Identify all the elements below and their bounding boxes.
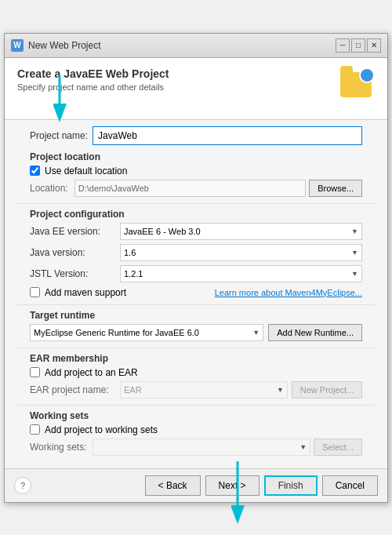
title-bar-controls: ─ □ ✕ — [336, 38, 381, 53]
header-section: Create a JavaEE Web Project Specify proj… — [5, 58, 387, 120]
ear-membership-label: EAR membership — [17, 353, 375, 364]
title-bar-left: W New Web Project — [11, 39, 100, 52]
java-version-arrow: ▼ — [351, 249, 358, 257]
working-sets-label: Working sets — [17, 410, 375, 421]
working-sets-checkbox-row: Add project to working sets — [30, 424, 362, 435]
dialog-title: Create a JavaEE Web Project — [17, 67, 169, 80]
bottom-buttons: < Back Next > Finish Cancel — [145, 475, 378, 496]
use-default-row: Use default location — [30, 166, 362, 177]
java-version-label: Java version: — [30, 247, 116, 258]
window-title: New Web Project — [28, 40, 100, 51]
divider-4 — [17, 405, 375, 406]
project-location-section: Use default location Location: Browse... — [17, 166, 375, 197]
select-button: Select... — [314, 439, 362, 456]
working-sets-row: Working sets: ▼ Select... — [30, 439, 362, 456]
browse-button[interactable]: Browse... — [309, 180, 362, 197]
ear-project-row: EAR project name: EAR ▼ New Project... — [30, 381, 362, 399]
runtime-arrow: ▼ — [252, 329, 260, 337]
ear-project-value: EAR — [124, 385, 142, 395]
bottom-left: ? — [14, 477, 31, 494]
jstl-version-label: JSTL Version: — [30, 268, 116, 279]
location-label: Location: — [30, 183, 68, 194]
runtime-value: MyEclipse Generic Runtime for JavaEE 6.0 — [34, 328, 199, 337]
globe-icon: 🌐 — [359, 67, 375, 83]
next-button[interactable]: Next > — [205, 475, 260, 496]
divider-3 — [17, 348, 375, 348]
working-sets-input: ▼ — [93, 439, 310, 456]
form-body: Project name: Project location Use defau… — [5, 120, 387, 468]
java-ee-select[interactable]: JavaEE 6 - Web 3.0 ▼ — [120, 223, 362, 240]
minimize-button[interactable]: ─ — [336, 38, 350, 53]
use-default-label: Use default location — [45, 166, 127, 177]
ear-checkbox[interactable] — [30, 367, 40, 377]
project-name-input[interactable] — [93, 126, 362, 145]
ear-arrow: ▼ — [277, 386, 284, 394]
dialog-window: W New Web Project ─ □ ✕ Create a JavaEE … — [4, 33, 388, 503]
target-runtime-label: Target runtime — [17, 310, 375, 321]
working-sets-arrow: ▼ — [299, 443, 307, 451]
project-config-label: Project configuration — [17, 209, 375, 220]
help-button[interactable]: ? — [14, 477, 31, 494]
working-sets-checkbox[interactable] — [30, 424, 40, 435]
use-default-checkbox[interactable] — [30, 166, 40, 176]
jstl-arrow: ▼ — [351, 270, 358, 278]
java-ee-label: Java EE version: — [30, 226, 116, 237]
finish-button[interactable]: Finish — [264, 475, 318, 496]
ear-section: Add project to an EAR EAR project name: … — [17, 367, 375, 399]
jstl-value: 1.2.1 — [124, 269, 143, 278]
dialog-subtitle: Specify project name and other details — [17, 82, 169, 92]
title-bar: W New Web Project ─ □ ✕ — [5, 34, 387, 58]
window-icon: W — [11, 39, 24, 52]
maven-label: Add maven support — [45, 287, 126, 298]
maven-left: Add maven support — [30, 287, 126, 298]
divider-2 — [17, 304, 375, 305]
runtime-section: MyEclipse Generic Runtime for JavaEE 6.0… — [17, 324, 375, 341]
jstl-select[interactable]: 1.2.1 ▼ — [120, 265, 362, 282]
java-version-value: 1.6 — [124, 248, 136, 257]
cancel-button[interactable]: Cancel — [322, 475, 378, 496]
working-sets-name-label: Working sets: — [30, 442, 86, 453]
project-location-label: Project location — [17, 151, 375, 162]
project-name-label: Project name: — [30, 130, 88, 141]
java-ee-arrow: ▼ — [351, 227, 358, 235]
ear-checkbox-row: Add project to an EAR — [30, 367, 362, 378]
ear-project-input: EAR ▼ — [120, 381, 288, 399]
java-version-select[interactable]: 1.6 ▼ — [120, 244, 362, 261]
working-sets-checkbox-label: Add project to working sets — [45, 424, 158, 435]
bottom-bar: ? < Back Next > Finish Cancel — [5, 468, 387, 502]
new-runtime-button[interactable]: Add New Runtime... — [268, 324, 362, 341]
location-row: Location: Browse... — [30, 180, 362, 197]
close-button[interactable]: ✕ — [367, 38, 381, 53]
location-input[interactable] — [74, 180, 306, 197]
maven-row: Add maven support Learn more about Maven… — [17, 287, 375, 298]
maven-checkbox[interactable] — [30, 287, 40, 297]
runtime-select[interactable]: MyEclipse Generic Runtime for JavaEE 6.0… — [30, 324, 263, 341]
java-ee-value: JavaEE 6 - Web 3.0 — [124, 227, 201, 236]
header-text: Create a JavaEE Web Project Specify proj… — [17, 67, 169, 92]
working-sets-section: Add project to working sets Working sets… — [17, 424, 375, 456]
project-name-row: Project name: — [17, 126, 375, 145]
header-icon: 🌐 — [340, 67, 375, 102]
maven-link[interactable]: Learn more about Maven4MyEclipse... — [215, 288, 362, 297]
maximize-button[interactable]: □ — [351, 38, 365, 53]
runtime-row: MyEclipse Generic Runtime for JavaEE 6.0… — [30, 324, 362, 341]
ear-project-label: EAR project name: — [30, 384, 116, 395]
ear-checkbox-label: Add project to an EAR — [45, 367, 138, 378]
config-grid: Java EE version: JavaEE 6 - Web 3.0 ▼ Ja… — [17, 223, 375, 282]
back-button[interactable]: < Back — [145, 475, 201, 496]
new-project-button: New Project... — [292, 381, 362, 399]
divider-1 — [17, 203, 375, 204]
